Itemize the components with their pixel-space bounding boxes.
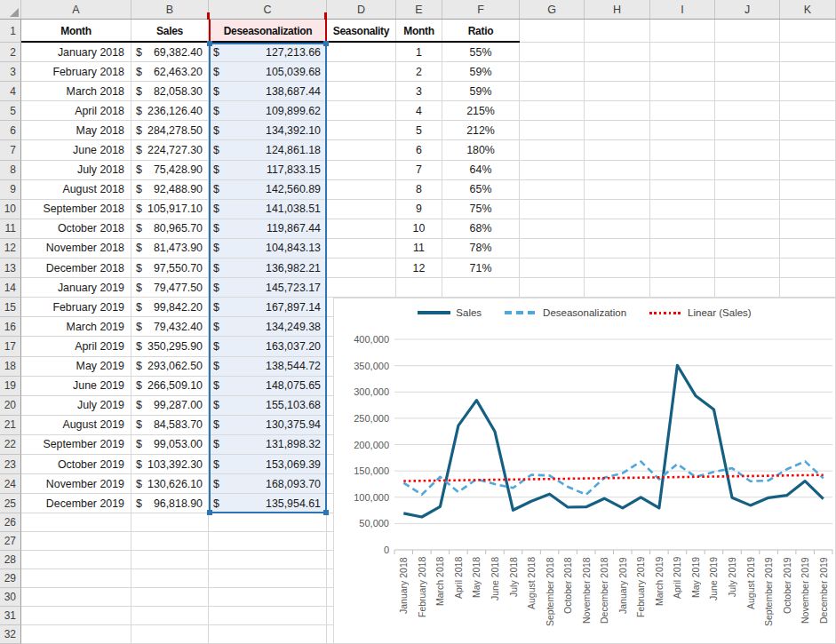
row-header-25[interactable]: 25 <box>0 494 21 513</box>
cell-J10[interactable] <box>715 200 780 219</box>
cell-A29[interactable] <box>21 569 131 588</box>
cell-G11[interactable] <box>520 219 585 239</box>
cell-D7[interactable] <box>327 140 396 160</box>
cell-C7[interactable]: $124,861.18 <box>209 140 327 160</box>
cell-A7[interactable]: June 2018 <box>21 140 131 160</box>
cell-H7[interactable] <box>585 140 650 160</box>
cell-D13[interactable] <box>327 258 396 278</box>
cell-B32[interactable] <box>131 625 209 644</box>
cell-B2[interactable]: $69,382.40 <box>131 43 209 62</box>
cell-F11[interactable]: 68% <box>442 219 520 239</box>
cell-C9[interactable]: $142,560.89 <box>209 180 327 200</box>
cell-A25[interactable]: December 2019 <box>21 494 131 513</box>
cell-K2[interactable] <box>780 43 836 62</box>
cell-E6[interactable]: 5 <box>396 121 442 140</box>
cell-C31[interactable] <box>209 607 327 625</box>
cell-G4[interactable] <box>520 82 585 101</box>
cell-J3[interactable] <box>715 62 780 82</box>
cell-I11[interactable] <box>650 219 715 239</box>
cell-D4[interactable] <box>327 82 396 101</box>
cell-I12[interactable] <box>650 239 715 258</box>
cell-C17[interactable]: $163,037.20 <box>209 337 327 356</box>
cell-G5[interactable] <box>520 101 585 121</box>
cell-A26[interactable] <box>21 513 131 532</box>
cell-H13[interactable] <box>585 258 650 278</box>
cell-G1[interactable] <box>520 20 585 43</box>
cell-B19[interactable]: $266,509.10 <box>131 377 209 396</box>
cell-G12[interactable] <box>520 239 585 258</box>
cell-H4[interactable] <box>585 82 650 101</box>
cell-B6[interactable]: $284,278.50 <box>131 121 209 140</box>
row-header-32[interactable]: 32 <box>0 625 21 644</box>
cell-D6[interactable] <box>327 121 396 140</box>
cell-I6[interactable] <box>650 121 715 140</box>
cell-B24[interactable]: $130,626.10 <box>131 474 209 494</box>
column-header-E[interactable]: E <box>396 0 442 19</box>
cell-B1[interactable]: Sales <box>131 20 209 43</box>
cell-D9[interactable] <box>327 180 396 200</box>
column-header-K[interactable]: K <box>780 0 836 19</box>
cell-C27[interactable] <box>209 532 327 551</box>
cell-H8[interactable] <box>585 161 650 180</box>
cell-C32[interactable] <box>209 625 327 644</box>
cell-B15[interactable]: $99,842.20 <box>131 298 209 317</box>
cell-A4[interactable]: March 2018 <box>21 82 131 101</box>
cell-C30[interactable] <box>209 588 327 607</box>
cell-J1[interactable] <box>715 20 780 43</box>
cell-B4[interactable]: $82,058.30 <box>131 82 209 101</box>
cell-I7[interactable] <box>650 140 715 160</box>
cell-F13[interactable]: 71% <box>442 258 520 278</box>
cell-B9[interactable]: $92,488.90 <box>131 180 209 200</box>
cell-E12[interactable]: 11 <box>396 239 442 258</box>
column-header-F[interactable]: F <box>442 0 520 19</box>
row-header-20[interactable]: 20 <box>0 396 21 416</box>
cell-C16[interactable]: $134,249.38 <box>209 317 327 337</box>
cell-C12[interactable]: $104,843.13 <box>209 239 327 258</box>
cell-J7[interactable] <box>715 140 780 160</box>
cell-F3[interactable]: 59% <box>442 62 520 82</box>
cell-A20[interactable]: July 2019 <box>21 396 131 416</box>
cell-F1[interactable]: Ratio <box>442 20 520 43</box>
cell-F9[interactable]: 65% <box>442 180 520 200</box>
cell-H5[interactable] <box>585 101 650 121</box>
cell-B28[interactable] <box>131 551 209 569</box>
cell-F10[interactable]: 75% <box>442 200 520 219</box>
cell-G10[interactable] <box>520 200 585 219</box>
cell-K3[interactable] <box>780 62 836 82</box>
cell-C28[interactable] <box>209 551 327 569</box>
cell-H6[interactable] <box>585 121 650 140</box>
cell-C11[interactable]: $119,867.44 <box>209 219 327 239</box>
cell-G3[interactable] <box>520 62 585 82</box>
cell-B30[interactable] <box>131 588 209 607</box>
cell-H12[interactable] <box>585 239 650 258</box>
cell-A13[interactable]: December 2018 <box>21 258 131 278</box>
cell-C13[interactable]: $136,982.21 <box>209 258 327 278</box>
row-header-10[interactable]: 10 <box>0 200 21 219</box>
cell-E7[interactable]: 6 <box>396 140 442 160</box>
row-header-8[interactable]: 8 <box>0 161 21 180</box>
cell-I3[interactable] <box>650 62 715 82</box>
cell-B14[interactable]: $79,477.50 <box>131 278 209 298</box>
cell-E10[interactable]: 9 <box>396 200 442 219</box>
cell-F4[interactable]: 59% <box>442 82 520 101</box>
cell-I14[interactable] <box>650 278 715 298</box>
cell-E14[interactable] <box>396 278 442 298</box>
cell-C20[interactable]: $155,103.68 <box>209 396 327 416</box>
cell-E9[interactable]: 8 <box>396 180 442 200</box>
row-header-14[interactable]: 14 <box>0 278 21 298</box>
cell-I5[interactable] <box>650 101 715 121</box>
cell-H14[interactable] <box>585 278 650 298</box>
cell-B3[interactable]: $62,463.20 <box>131 62 209 82</box>
cell-K8[interactable] <box>780 161 836 180</box>
cell-F5[interactable]: 215% <box>442 101 520 121</box>
cell-K5[interactable] <box>780 101 836 121</box>
cell-E13[interactable]: 12 <box>396 258 442 278</box>
column-header-B[interactable]: B <box>131 0 209 19</box>
cell-A17[interactable]: April 2019 <box>21 337 131 356</box>
row-header-30[interactable]: 30 <box>0 588 21 607</box>
cell-A31[interactable] <box>21 607 131 625</box>
cell-D10[interactable] <box>327 200 396 219</box>
cell-B11[interactable]: $80,965.70 <box>131 219 209 239</box>
cell-J5[interactable] <box>715 101 780 121</box>
cell-B8[interactable]: $75,428.90 <box>131 161 209 180</box>
